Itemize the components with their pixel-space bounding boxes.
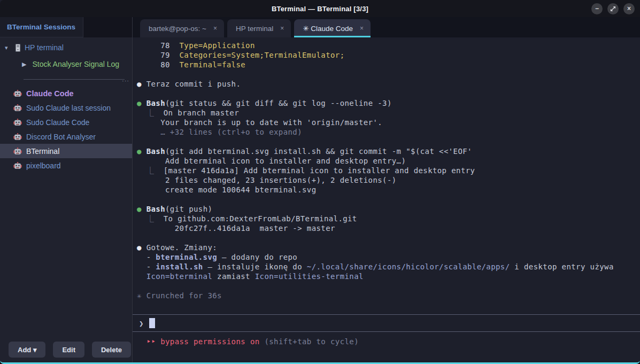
session-label: BTerminal: [26, 147, 59, 156]
session-label: Sudo Claude Code: [26, 118, 89, 127]
terminal-line: 79 Categories=System;TerminalEmulator;: [137, 50, 640, 60]
sidebar-header-strip: BTerminal Sessions: [0, 17, 132, 37]
tab-label: HP terminal: [236, 25, 273, 33]
session-label: pixelboard: [26, 161, 61, 170]
window-title: BTerminal — BTerminal [3/3]: [0, 5, 640, 13]
close-button[interactable]: ×: [623, 3, 635, 14]
terminal-line: 78 Type=Application: [137, 41, 640, 50]
terminal-line: [137, 195, 640, 204]
tab-close-icon[interactable]: ×: [280, 25, 284, 32]
robot-icon: [13, 89, 22, 98]
computer-tower-icon: [15, 44, 21, 52]
tree-item-label: HP terminal: [25, 43, 64, 52]
tab-close-icon[interactable]: ×: [360, 25, 364, 32]
tab-bartek-pop-os[interactable]: bartek@pop-os: ~×: [140, 19, 224, 37]
terminal-line: Icon=bterminal zamiast Icon=utilities-te…: [137, 272, 640, 281]
terminal-line: ● Bash(git push): [137, 204, 640, 214]
session-item-sudo-claude-last-session[interactable]: Sudo Claude last session: [0, 100, 132, 115]
divider-ellipsis: ···: [122, 78, 129, 84]
terminal-output: 78 Type=Application 79 Categories=System…: [137, 41, 640, 300]
session-item-sudo-claude-code[interactable]: Sudo Claude Code: [0, 115, 132, 129]
session-item-claude-code[interactable]: Claude Code: [0, 86, 132, 100]
tree-child-label: Stock Analyser Signal Log: [32, 60, 119, 68]
terminal-line: ⎿ On branch master: [137, 108, 640, 118]
terminal-line: ● Gotowe. Zmiany:: [137, 243, 640, 252]
window-body: BTerminal Sessions ▾ HP terminal ▶ Stock…: [0, 17, 640, 362]
sessions-sidebar: BTerminal Sessions ▾ HP terminal ▶ Stock…: [0, 17, 133, 362]
session-label: Sudo Claude last session: [26, 104, 111, 112]
sidebar-buttons: Add ▾EditDelete: [0, 340, 132, 362]
terminal-line: [137, 233, 640, 243]
play-icon[interactable]: ▶: [22, 61, 26, 68]
session-list: Claude Code Sudo Claude last session Sud…: [0, 86, 132, 173]
title-bar: BTerminal — BTerminal [3/3] − ×: [0, 0, 640, 17]
robot-icon: [13, 104, 22, 112]
tab-label: ✳ Claude Code: [303, 24, 353, 33]
sidebar-content: ▾ HP terminal ▶ Stock Analyser Signal Lo…: [0, 37, 132, 340]
prompt-input[interactable]: ❯: [133, 314, 640, 332]
minimize-button[interactable]: −: [591, 3, 603, 14]
session-label: Discord Bot Analyser: [26, 133, 96, 141]
terminal-line: ✳ Crunched for 36s: [137, 291, 640, 300]
terminal-line: [137, 137, 640, 146]
terminal-line: … +32 lines (ctrl+o to expand): [137, 127, 640, 137]
app-window: BTerminal — BTerminal [3/3] − × BTermina…: [0, 0, 640, 364]
sidebar-title: BTerminal Sessions: [0, 17, 83, 37]
chevron-down-icon[interactable]: ▾: [5, 44, 11, 51]
terminal-line: ⎿ [master 416da1a] Add bterminal icon to…: [137, 166, 640, 175]
tab-claude-code[interactable]: ✳ Claude Code×: [294, 19, 371, 37]
terminal-line: 80 Terminal=false: [137, 60, 640, 69]
tab-label: bartek@pop-os: ~: [149, 25, 206, 33]
terminal-viewport[interactable]: 78 Type=Application 79 Categories=System…: [133, 37, 640, 362]
robot-icon: [13, 118, 22, 127]
text-cursor: [149, 318, 155, 328]
terminal-line: [137, 89, 640, 98]
terminal-line: Your branch is up to date with 'origin/m…: [137, 118, 640, 127]
maximize-button[interactable]: [607, 3, 619, 14]
terminal-line: create mode 100644 bterminal.svg: [137, 185, 640, 195]
terminal-line: 20fc27f..416da1a master -> master: [137, 223, 640, 233]
tab-bar: bartek@pop-os: ~×HP terminal×✳ Claude Co…: [133, 17, 640, 37]
tab-close-icon[interactable]: ×: [213, 25, 217, 32]
edit-button[interactable]: Edit: [53, 342, 84, 358]
window-controls: − ×: [591, 3, 640, 14]
session-item-bterminal[interactable]: BTerminal: [0, 144, 132, 158]
robot-icon: [13, 161, 22, 170]
delete-button[interactable]: Delete: [92, 342, 131, 358]
session-item-pixelboard[interactable]: pixelboard: [0, 158, 132, 173]
terminal-line: ⎿ To github.com:DexterFromLab/BTerminal.…: [137, 214, 640, 223]
tab-hp-terminal[interactable]: HP terminal×: [227, 19, 291, 37]
terminal-line: - install.sh — instaluje ikonę do ~/.loc…: [137, 262, 640, 272]
terminal-line: 2 files changed, 23 insertions(+), 2 del…: [137, 175, 640, 185]
tree-item-hp-terminal[interactable]: ▾ HP terminal: [0, 41, 132, 55]
sidebar-divider: ···: [24, 79, 125, 80]
robot-icon: [13, 147, 22, 156]
status-line: ‣‣ bypass permissions on (shift+tab to c…: [137, 332, 640, 342]
tree-item-stock-analyser-signal-log[interactable]: ▶ Stock Analyser Signal Log: [0, 57, 132, 71]
session-item-discord-bot-analyser[interactable]: Discord Bot Analyser: [0, 129, 132, 144]
terminal-line: [137, 69, 640, 79]
terminal-line: - bterminal.svg — dodany do repo: [137, 252, 640, 262]
terminal-line: Add bterminal icon to installer and desk…: [137, 156, 640, 166]
terminal-line: [137, 281, 640, 291]
robot-icon: [13, 133, 22, 141]
maximize-icon: [610, 6, 616, 12]
session-label: Claude Code: [26, 89, 74, 98]
add-button[interactable]: Add ▾: [9, 342, 45, 358]
main-area: bartek@pop-os: ~×HP terminal×✳ Claude Co…: [133, 17, 640, 362]
terminal-line: ● Bash(git status && git diff && git log…: [137, 98, 640, 108]
terminal-line: ● Bash(git add bterminal.svg install.sh …: [137, 146, 640, 156]
terminal-line: ● Teraz commit i push.: [137, 79, 640, 89]
prompt-chevron-icon: ❯: [139, 319, 144, 328]
